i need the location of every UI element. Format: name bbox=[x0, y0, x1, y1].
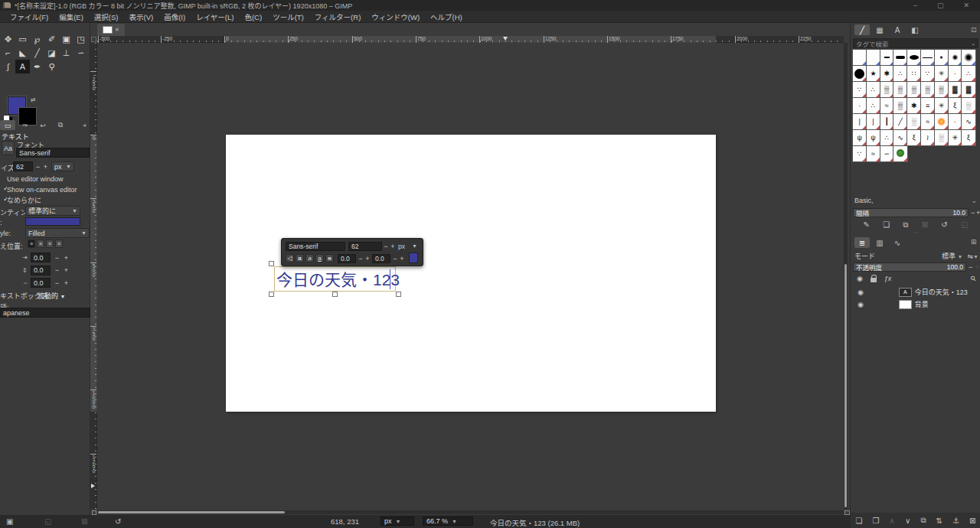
size-minus-button[interactable]: − bbox=[34, 161, 41, 171]
brush-item[interactable]: ∷ bbox=[907, 66, 920, 81]
ink-tool[interactable]: ✒ bbox=[30, 60, 44, 73]
brush-item[interactable]: ▒ bbox=[907, 82, 920, 97]
language-input[interactable]: apanese bbox=[0, 308, 90, 318]
warp-transform-tool[interactable]: ⌐ bbox=[1, 46, 15, 60]
opacity-plus-button[interactable]: + bbox=[975, 263, 979, 271]
editor-font-input[interactable]: Sans-serif bbox=[286, 242, 345, 251]
baseline-plus-button[interactable]: + bbox=[364, 254, 371, 263]
underline-button[interactable]: a bbox=[315, 254, 324, 262]
smudge-tool[interactable]: ∽ bbox=[74, 46, 88, 60]
dock-menu-icon[interactable]: ◂ bbox=[83, 122, 86, 129]
menu-item[interactable]: レイヤー(L) bbox=[191, 11, 239, 22]
brush-item[interactable] bbox=[962, 50, 975, 65]
minimize-button[interactable]: – bbox=[913, 2, 917, 9]
close-icon[interactable]: ✕ bbox=[115, 27, 119, 33]
opacity-slider[interactable]: 不透明度 100.0 bbox=[853, 262, 966, 272]
save-tool-preset-button[interactable]: ▣ bbox=[6, 517, 13, 526]
brush-item[interactable] bbox=[935, 114, 948, 129]
size-plus-button[interactable]: + bbox=[390, 242, 396, 251]
image-tab[interactable]: ✕ bbox=[97, 24, 125, 36]
brush-item[interactable]: ▒ bbox=[880, 82, 893, 97]
brush-item[interactable]: ▒ bbox=[921, 82, 934, 97]
brush-item[interactable]: ★ bbox=[867, 66, 880, 81]
kerning-plus-button[interactable]: + bbox=[399, 254, 405, 263]
anchor-layer-button[interactable]: ⚓ bbox=[952, 517, 959, 525]
brush-item[interactable]: ✱ bbox=[880, 66, 893, 81]
brush-search-field[interactable]: タグで検索 ⌄ bbox=[853, 38, 978, 48]
paintbrush-tool[interactable]: ╱ bbox=[30, 46, 44, 60]
brushes-tab[interactable]: ╱ bbox=[854, 24, 870, 35]
menu-item[interactable]: ウィンドウ(W) bbox=[366, 11, 425, 22]
menu-item[interactable]: 編集(E) bbox=[54, 11, 89, 22]
menu-item[interactable]: 色(C) bbox=[239, 11, 267, 22]
eye-icon[interactable]: ◉ bbox=[857, 275, 863, 282]
new-layer-button[interactable]: ❏ bbox=[856, 517, 863, 525]
brush-preset-dropdown[interactable]: Basic,⌄ bbox=[854, 197, 977, 204]
spin-plus-button[interactable]: + bbox=[63, 278, 70, 288]
canvas-text[interactable]: 今日の天気・123 bbox=[276, 269, 400, 291]
brush-item[interactable]: ░ bbox=[907, 114, 920, 129]
brush-item[interactable]: ┃ bbox=[880, 114, 893, 129]
brush-item[interactable] bbox=[893, 146, 906, 161]
spin-minus-button[interactable]: − bbox=[54, 253, 60, 262]
duplicate-brush-button[interactable]: ⧉ bbox=[903, 220, 908, 230]
layer-visibility-toggle[interactable]: ◉ bbox=[858, 301, 864, 308]
italic-button[interactable]: a bbox=[305, 254, 314, 262]
menu-item[interactable]: 画像(I) bbox=[158, 11, 191, 22]
refresh-brushes-button[interactable]: ↺ bbox=[941, 220, 947, 230]
font-name-input[interactable]: Sans-serif bbox=[16, 148, 90, 158]
reset-tool-options-button[interactable]: ↺ bbox=[115, 517, 121, 526]
text-tool[interactable]: A bbox=[15, 60, 30, 73]
bucket-fill-tool[interactable]: ◣ bbox=[15, 46, 30, 60]
brush-item[interactable] bbox=[949, 50, 962, 65]
zoom-tool[interactable]: ⚲ bbox=[44, 60, 59, 73]
kerning-input[interactable]: 0.0 bbox=[372, 254, 390, 263]
style-dropdown[interactable]: Filled▼ bbox=[25, 228, 90, 238]
spacing-slider[interactable]: 間隔 10.0 bbox=[853, 208, 969, 217]
brush-item[interactable]: | bbox=[867, 114, 880, 129]
spacing-minus-button[interactable]: − bbox=[971, 209, 975, 217]
brush-item[interactable]: ✳ bbox=[949, 130, 962, 145]
resize-handle[interactable] bbox=[332, 292, 338, 297]
unified-transform-tool[interactable]: ◳ bbox=[74, 32, 88, 46]
lower-layer-button[interactable]: ∨ bbox=[905, 517, 910, 525]
new-group-button[interactable]: ❐ bbox=[873, 517, 880, 525]
brush-item[interactable]: ∿ bbox=[962, 114, 975, 129]
spacing-input[interactable]: 0.0 bbox=[31, 278, 51, 288]
brush-item[interactable]: ∵ bbox=[853, 146, 866, 161]
brush-item[interactable]: ≡ bbox=[921, 98, 934, 113]
layer-row[interactable]: ◉ 背景 bbox=[851, 298, 980, 310]
horizontal-scrollbar[interactable] bbox=[97, 510, 844, 514]
brush-item[interactable]: ≈ bbox=[921, 114, 934, 129]
editor-color-swatch[interactable] bbox=[409, 253, 418, 263]
text-layer-box[interactable]: 今日の天気・123 bbox=[274, 266, 396, 292]
justify-left-button[interactable]: ≡ bbox=[28, 240, 35, 248]
brush-item[interactable] bbox=[853, 66, 866, 81]
chevron-down-icon[interactable]: ▼ bbox=[412, 243, 417, 249]
menu-item[interactable]: ファイル(F) bbox=[5, 11, 54, 22]
resize-handle[interactable] bbox=[269, 261, 274, 266]
layer-visibility-toggle[interactable]: ◉ bbox=[858, 288, 864, 296]
merge-down-button[interactable]: ⇅ bbox=[936, 517, 942, 525]
patterns-tab[interactable]: ▦ bbox=[872, 24, 887, 35]
eraser-tool[interactable]: ◪ bbox=[44, 46, 59, 60]
checkbox-row[interactable]: ✓なめらかに bbox=[3, 195, 41, 204]
resize-handle[interactable] bbox=[396, 292, 401, 297]
spin-plus-button[interactable]: + bbox=[63, 266, 70, 275]
brush-item[interactable]: · bbox=[949, 66, 962, 81]
fuzzy-select-tool[interactable]: ✐ bbox=[44, 32, 59, 46]
size-unit-dropdown[interactable]: px▼ bbox=[51, 161, 74, 171]
justify-center-button[interactable]: ≡ bbox=[46, 240, 54, 248]
baseline-minus-button[interactable]: − bbox=[358, 254, 364, 263]
brush-item[interactable] bbox=[935, 50, 948, 65]
move-tool[interactable]: ✥ bbox=[1, 32, 15, 46]
horizontal-ruler[interactable]: -500-25002505007501000125015001750200022… bbox=[97, 36, 844, 43]
text-color-swatch[interactable] bbox=[25, 217, 80, 226]
free-select-tool[interactable]: ℘ bbox=[30, 32, 44, 46]
size-input[interactable]: 62 bbox=[13, 161, 33, 171]
clear-format-button[interactable]: ◁ bbox=[286, 254, 294, 262]
device-status-tab[interactable]: ✑ bbox=[18, 120, 33, 130]
checkbox-row[interactable]: ✓Show on-canvas editor bbox=[3, 184, 77, 193]
brush-item[interactable]: ∴ bbox=[962, 66, 975, 81]
dock-menu-icon[interactable]: ⊡ bbox=[971, 26, 977, 34]
